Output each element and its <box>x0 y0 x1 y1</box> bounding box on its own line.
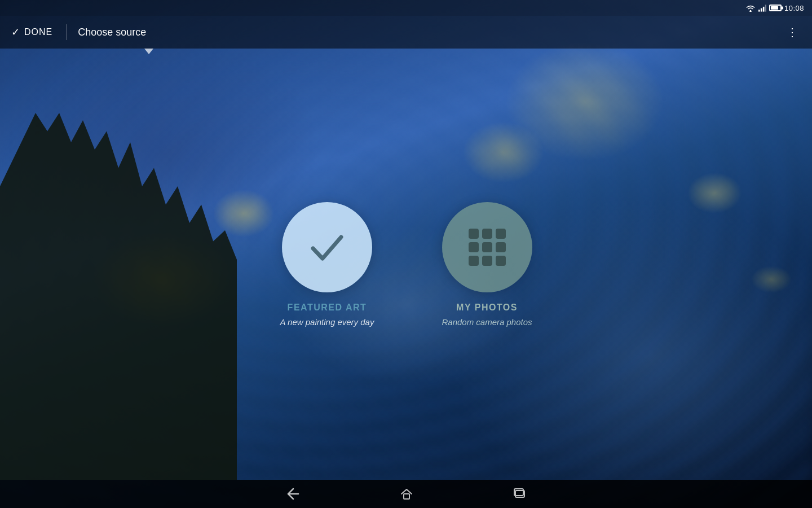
grid-dot-8 <box>482 256 492 266</box>
action-bar: ✓ DONE Choose source ⋮ <box>0 16 812 49</box>
svg-rect-4 <box>765 5 766 11</box>
featured-art-title: FEATURED ART <box>288 303 367 313</box>
status-icons: 10:08 <box>745 4 804 12</box>
back-arrow-icon <box>286 488 301 500</box>
recents-icon <box>513 488 526 500</box>
grid-dot-9 <box>496 256 506 266</box>
home-icon <box>400 487 413 501</box>
recents-button[interactable] <box>508 484 531 504</box>
main-content: FEATURED ART A new painting every day MY… <box>0 49 812 480</box>
featured-art-subtitle: A new painting every day <box>280 317 374 327</box>
choose-source-label: Choose source <box>78 27 782 38</box>
nav-bar <box>0 480 812 508</box>
my-photos-circle <box>442 202 532 292</box>
back-button[interactable] <box>281 483 305 505</box>
svg-rect-3 <box>763 6 765 11</box>
checkmark-icon: ✓ <box>11 26 20 38</box>
battery-icon <box>769 5 782 11</box>
svg-rect-2 <box>761 8 762 11</box>
my-photos-subtitle: Random camera photos <box>442 317 532 327</box>
svg-point-0 <box>750 10 752 12</box>
done-button[interactable]: ✓ DONE <box>9 21 55 43</box>
home-button[interactable] <box>395 483 418 505</box>
grid-icon <box>469 229 506 266</box>
svg-rect-1 <box>758 10 760 12</box>
check-selected-icon <box>304 225 350 270</box>
featured-art-option[interactable]: FEATURED ART A new painting every day <box>280 202 374 327</box>
wifi-icon <box>745 5 756 12</box>
more-icon: ⋮ <box>787 26 798 38</box>
grid-dot-4 <box>469 242 479 252</box>
more-menu-button[interactable]: ⋮ <box>782 21 803 43</box>
bar-divider <box>66 24 67 40</box>
status-time: 10:08 <box>784 4 804 12</box>
signal-icon <box>758 5 766 12</box>
status-bar: 10:08 <box>0 0 812 16</box>
grid-dot-5 <box>482 242 492 252</box>
my-photos-title: MY PHOTOS <box>456 303 518 313</box>
featured-art-circle <box>282 202 372 292</box>
done-label: DONE <box>24 27 52 37</box>
grid-dot-1 <box>469 229 479 239</box>
my-photos-option[interactable]: MY PHOTOS Random camera photos <box>442 202 532 327</box>
svg-rect-5 <box>404 494 409 499</box>
grid-dot-3 <box>496 229 506 239</box>
grid-dot-6 <box>496 242 506 252</box>
grid-dot-7 <box>469 256 479 266</box>
grid-dot-2 <box>482 229 492 239</box>
